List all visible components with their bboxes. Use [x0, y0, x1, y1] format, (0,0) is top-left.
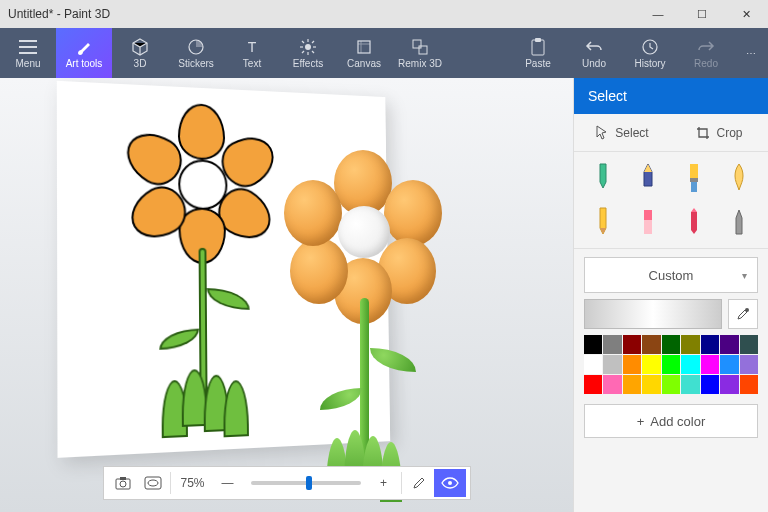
- brush-crayon[interactable]: [675, 204, 713, 240]
- color-swatch[interactable]: [740, 335, 758, 354]
- crop-tool[interactable]: Crop: [671, 114, 768, 151]
- color-swatch[interactable]: [740, 355, 758, 374]
- ribbon-stickers[interactable]: Stickers: [168, 28, 224, 78]
- pointer-icon: [596, 125, 609, 140]
- svg-rect-1: [19, 46, 37, 48]
- svg-line-13: [302, 51, 304, 53]
- color-swatch[interactable]: [720, 375, 738, 394]
- color-swatch[interactable]: [642, 335, 660, 354]
- sticker-icon: [187, 38, 205, 56]
- view-mode-button[interactable]: [434, 469, 466, 497]
- color-swatch[interactable]: [603, 355, 621, 374]
- color-swatch[interactable]: [603, 335, 621, 354]
- thickness-dropdown[interactable]: Custom ▾: [584, 257, 758, 293]
- color-swatch[interactable]: [584, 375, 602, 394]
- svg-rect-23: [145, 477, 161, 489]
- ribbon-label: Canvas: [347, 58, 381, 69]
- brush-pencil[interactable]: [584, 204, 622, 240]
- brush-eraser[interactable]: [630, 204, 668, 240]
- color-swatch[interactable]: [662, 375, 680, 394]
- panel-header: Select: [574, 78, 768, 114]
- color-swatch[interactable]: [623, 375, 641, 394]
- color-swatch[interactable]: [662, 335, 680, 354]
- maximize-button[interactable]: ☐: [680, 0, 724, 28]
- zoom-out-button[interactable]: —: [213, 469, 243, 497]
- eyedropper-button[interactable]: [728, 299, 758, 329]
- brush-palette: [574, 152, 768, 249]
- ribbon-paste[interactable]: Paste: [510, 28, 566, 78]
- color-swatch[interactable]: [662, 355, 680, 374]
- brush-oil[interactable]: [675, 160, 713, 196]
- svg-rect-27: [690, 178, 698, 182]
- color-swatch[interactable]: [623, 335, 641, 354]
- color-swatch[interactable]: [584, 355, 602, 374]
- zoom-toolbar: 75% — +: [103, 466, 471, 500]
- svg-rect-15: [413, 40, 421, 48]
- brush-spray[interactable]: [721, 204, 759, 240]
- select-tool[interactable]: Select: [574, 114, 671, 151]
- minimize-button[interactable]: —: [636, 0, 680, 28]
- current-color-swatch[interactable]: [584, 299, 722, 329]
- color-swatch[interactable]: [623, 355, 641, 374]
- brush-watercolor[interactable]: [721, 160, 759, 196]
- color-swatch[interactable]: [701, 335, 719, 354]
- ribbon-toolbar: Menu Art tools 3D Stickers T Text Effect…: [0, 28, 768, 78]
- color-swatch[interactable]: [603, 375, 621, 394]
- ribbon-label: Effects: [293, 58, 323, 69]
- svg-point-5: [305, 44, 311, 50]
- crop-icon: [696, 126, 710, 140]
- svg-line-11: [312, 51, 314, 53]
- svg-rect-2: [19, 52, 37, 54]
- svg-rect-0: [19, 40, 37, 42]
- ribbon-undo[interactable]: Undo: [566, 28, 622, 78]
- brush-calligraphy[interactable]: [630, 160, 668, 196]
- effects-icon: [299, 38, 317, 56]
- brush-marker[interactable]: [584, 160, 622, 196]
- ribbon-label: Redo: [694, 58, 718, 69]
- ribbon-history[interactable]: History: [622, 28, 678, 78]
- svg-rect-14: [358, 41, 370, 53]
- ribbon-art-tools[interactable]: Art tools: [56, 28, 112, 78]
- close-button[interactable]: ✕: [724, 0, 768, 28]
- add-color-button[interactable]: + Add color: [584, 404, 758, 438]
- color-swatch[interactable]: [720, 355, 738, 374]
- ribbon-more[interactable]: ⋯: [734, 28, 768, 78]
- color-swatch[interactable]: [584, 335, 602, 354]
- capture-button[interactable]: [108, 469, 138, 497]
- color-swatch[interactable]: [720, 335, 738, 354]
- zoom-slider[interactable]: [251, 481, 361, 485]
- ribbon-menu[interactable]: Menu: [0, 28, 56, 78]
- undo-icon: [585, 38, 603, 56]
- color-swatch[interactable]: [701, 375, 719, 394]
- color-swatch[interactable]: [740, 375, 758, 394]
- ribbon-canvas[interactable]: Canvas: [336, 28, 392, 78]
- window-title: Untitled* - Paint 3D: [8, 7, 636, 21]
- add-color-label: Add color: [650, 414, 705, 429]
- svg-rect-26: [690, 164, 698, 178]
- color-swatch[interactable]: [642, 375, 660, 394]
- ribbon-label: 3D: [134, 58, 147, 69]
- zoom-percent: 75%: [173, 476, 213, 490]
- 3d-view-button[interactable]: [138, 469, 168, 497]
- ribbon-effects[interactable]: Effects: [280, 28, 336, 78]
- ribbon-label: Text: [243, 58, 261, 69]
- more-icon: ⋯: [742, 44, 760, 62]
- canvas-viewport[interactable]: 75% — +: [0, 78, 573, 512]
- cube-icon: [131, 38, 149, 56]
- svg-rect-22: [120, 477, 126, 480]
- chevron-down-icon: ▾: [742, 270, 747, 281]
- color-swatch[interactable]: [681, 375, 699, 394]
- ribbon-3d[interactable]: 3D: [112, 28, 168, 78]
- redo-icon: [697, 38, 715, 56]
- ribbon-remix-3d[interactable]: Remix 3D: [392, 28, 448, 78]
- color-swatch[interactable]: [642, 355, 660, 374]
- plus-icon: +: [637, 414, 645, 429]
- svg-rect-18: [535, 38, 541, 42]
- ribbon-label: Remix 3D: [398, 58, 442, 69]
- color-swatch[interactable]: [681, 335, 699, 354]
- ribbon-text[interactable]: T Text: [224, 28, 280, 78]
- color-swatch[interactable]: [701, 355, 719, 374]
- zoom-in-button[interactable]: +: [369, 469, 399, 497]
- edit-button[interactable]: [404, 469, 434, 497]
- color-swatch[interactable]: [681, 355, 699, 374]
